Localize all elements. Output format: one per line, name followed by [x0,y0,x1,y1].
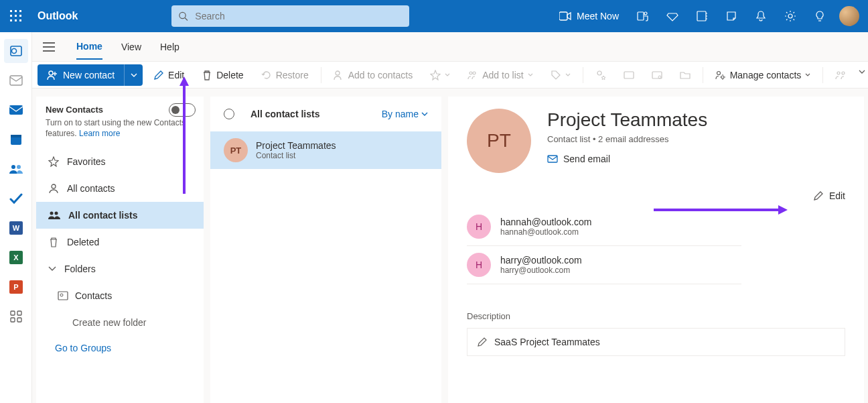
new-contact-dropdown[interactable] [124,64,143,86]
notifications-button[interactable] [746,0,776,32]
folder-pane: New Contacts Turn on to start using the … [36,97,204,403]
svg-rect-14 [697,11,706,21]
detail-title: Project Teammates [547,109,707,131]
svg-point-13 [644,12,647,15]
app-todo[interactable] [4,186,28,211]
word-icon: W [9,221,23,235]
detail-edit-button[interactable]: Edit [467,190,845,201]
teams-button[interactable] [628,0,658,32]
app-mail[interactable] [4,98,28,122]
member-row[interactable]: H harry@outlook.com harry@outlook.com [467,246,741,284]
mail-outline-icon [9,75,23,86]
card-icon [624,70,634,80]
detail-avatar: PT [467,109,531,173]
app-outlook[interactable] [4,39,28,63]
list-header: All contact lists By name [210,97,441,131]
people-icon [9,164,23,174]
svg-rect-11 [559,12,567,20]
app-rail: W X P [0,32,32,403]
svg-rect-0 [10,10,12,12]
manage-contacts-button[interactable]: Manage contacts [709,64,818,86]
settings-button[interactable] [776,0,805,32]
search-input[interactable] [194,10,403,22]
person-icon [48,183,59,194]
bell-icon [755,10,767,22]
person-star-icon [595,70,606,80]
mail-icon [9,105,23,115]
check-icon [9,192,23,205]
trash-icon [48,237,59,247]
app-more[interactable] [4,304,28,329]
list-item[interactable]: PT Project Teammates Contact list [210,131,441,169]
tips-button[interactable] [805,0,835,32]
nav-contacts-folder[interactable]: Contacts [36,282,204,309]
app-word[interactable]: W [4,216,28,240]
description-text: SaaS Project Teammates [494,337,600,347]
onenote-button[interactable] [687,0,717,32]
star-icon [430,70,441,80]
app-launcher-button[interactable] [0,10,32,22]
nav-go-to-groups[interactable]: Go to Groups [36,336,204,360]
send-email-button[interactable]: Send email [547,154,707,164]
title-bar: Outlook Meet Now [0,0,868,32]
member-name: hannah@outlook.com [500,217,591,227]
nav-create-folder[interactable]: Create new folder [36,309,204,336]
separator [703,67,703,83]
outlook-icon [8,43,24,59]
note-icon [696,10,708,22]
premium-button[interactable] [658,0,687,32]
new-contacts-banner: New Contacts Turn on to start using the … [36,97,204,146]
search-box[interactable] [171,5,409,27]
nav-deleted[interactable]: Deleted [36,229,204,255]
tab-view[interactable]: View [121,35,141,59]
contact-list-pane: All contact lists By name PT Project Tea… [210,97,441,403]
chevron-down-icon [805,73,810,76]
mynotes-button[interactable] [717,0,746,32]
svg-text:P: P [13,283,18,291]
svg-rect-48 [652,72,662,78]
add-to-list-button: Add to list [461,64,539,86]
nav-all-contact-lists[interactable]: All contact lists [36,202,204,229]
svg-point-9 [179,12,186,18]
svg-rect-1 [15,10,17,12]
collapse-ribbon[interactable] [859,70,865,74]
tool-c [645,64,669,86]
learn-more-link[interactable]: Learn more [79,129,120,138]
member-name: harry@outlook.com [500,255,582,266]
contacts-folder-icon [58,291,68,300]
tool-b [617,64,641,86]
app-calendar[interactable] [4,127,28,152]
card2-icon [652,70,662,80]
svg-rect-59 [548,156,557,162]
edit-button[interactable]: Edit [147,64,191,86]
app-excel[interactable]: X [4,245,28,270]
separator [583,67,583,83]
select-all-checkbox[interactable] [224,109,234,119]
app-people[interactable] [4,157,28,181]
sort-button[interactable]: By name [382,109,428,119]
svg-point-46 [597,71,601,75]
hamburger-button[interactable] [43,42,55,52]
description-box: SaaS Project Teammates [467,328,845,356]
svg-text:W: W [12,224,19,232]
new-contact-button[interactable]: New contact [38,64,124,86]
account-button[interactable] [835,0,864,32]
waffle-icon [10,10,22,22]
app-mail-draft[interactable] [4,68,28,93]
nav-folders[interactable]: Folders [36,255,204,282]
app-powerpoint[interactable]: P [4,275,28,299]
tab-help[interactable]: Help [160,35,179,59]
delete-button[interactable]: Delete [195,64,250,86]
tag-icon [551,70,561,80]
member-avatar: H [467,215,491,239]
chevron-down-icon [445,73,450,76]
nav-all-contacts[interactable]: All contacts [36,175,204,202]
excel-icon: X [9,251,23,264]
nav-favorites[interactable]: Favorites [36,148,204,175]
svg-point-44 [469,72,472,74]
tab-home[interactable]: Home [76,34,102,60]
new-contacts-toggle[interactable] [169,103,196,117]
member-row[interactable]: H hannah@outlook.com hannah@outlook.com [467,208,741,246]
meet-now-button[interactable]: Meet Now [550,0,628,32]
svg-rect-2 [19,10,21,12]
